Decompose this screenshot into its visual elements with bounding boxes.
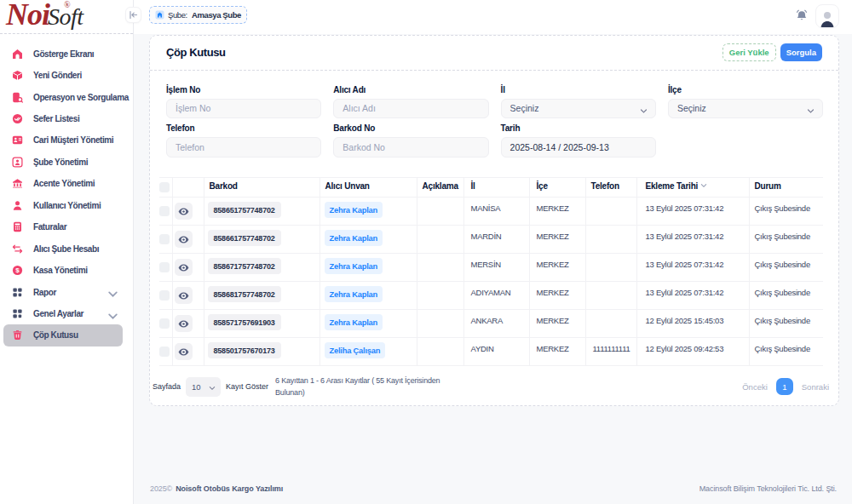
svg-text:$: $ [15, 266, 20, 274]
